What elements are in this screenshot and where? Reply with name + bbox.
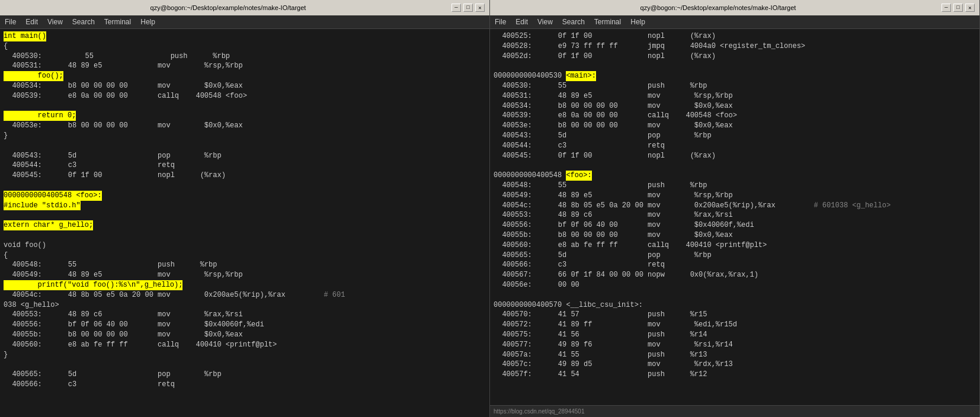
list-item: 400549: 48 89 e5 mov %rsp,%rbp	[490, 191, 979, 201]
left-content[interactable]: int main() { 400530: 55 push %rbp 400531…	[0, 29, 489, 417]
list-item: extern char* g_hello;	[0, 220, 489, 230]
list-item: 400556: bf 0f 06 40 00 mov $0x40060f,%ed…	[490, 220, 979, 230]
list-item: 400534: b8 00 00 00 00 mov $0x0,%eax	[490, 101, 979, 111]
left-terminal: qzy@bogon:~/Desktop/example/notes/make-I…	[0, 0, 490, 417]
list-item: 40054c: 48 8b 05 e5 0a 20 00 mov 0x200ae…	[490, 201, 979, 211]
list-item	[0, 210, 489, 220]
right-title-buttons: ─ □ ✕	[941, 4, 975, 12]
left-menu-file[interactable]: File	[5, 18, 16, 26]
left-minimize-button[interactable]: ─	[451, 4, 461, 12]
list-item: 400560: e8 ab fe ff ff callq 400410 <pri…	[0, 340, 489, 350]
right-menu-edit[interactable]: Edit	[515, 18, 528, 26]
list-item: 40055b: b8 00 00 00 00 mov $0x0,%eax	[0, 330, 489, 340]
list-item: 400534: b8 00 00 00 00 mov $0x0,%eax	[0, 81, 489, 91]
list-item: 400548: 55 push %rbp	[0, 260, 489, 270]
list-item: 400570: 41 57 push %r15	[490, 310, 979, 320]
list-item: 40052d: 0f 1f 00 nopl (%rax)	[490, 52, 979, 62]
list-item: 400545: 0f 1f 00 nopl (%rax)	[0, 171, 489, 181]
right-terminal: qzy@bogon:~/Desktop/example/notes/make-I…	[490, 0, 980, 417]
list-item: 400531: 48 89 e5 mov %rsp,%rbp	[490, 91, 979, 101]
list-item: 400543: 5d pop %rbp	[490, 131, 979, 141]
left-title-buttons: ─ □ ✕	[451, 4, 485, 12]
list-item: 400539: e8 0a 00 00 00 callq 400548 <foo…	[490, 111, 979, 121]
right-menu-search[interactable]: Search	[562, 18, 585, 26]
list-item: 400543: 5d pop %rbp	[0, 151, 489, 161]
left-close-button[interactable]: ✕	[475, 4, 485, 12]
list-item	[0, 360, 489, 370]
list-item: 038 <g_hello>	[0, 300, 489, 310]
list-item: 400530: 55 push %rbp	[490, 81, 979, 91]
list-item: 40054c: 48 8b 05 e5 0a 20 00 mov 0x200ae…	[0, 290, 489, 300]
left-menu-search[interactable]: Search	[72, 18, 95, 26]
list-item: printf("void foo():%s\n",g_hello);	[0, 280, 489, 290]
left-maximize-button[interactable]: □	[463, 4, 473, 12]
right-title-text: qzy@bogon:~/Desktop/example/notes/make-I…	[495, 4, 941, 11]
list-item: 0000000000400548 <foo>:	[0, 191, 489, 201]
list-item: 400565: 5d pop %rbp	[0, 370, 489, 380]
list-item	[0, 101, 489, 111]
list-item	[0, 230, 489, 240]
list-item: 400549: 48 89 e5 mov %rsp,%rbp	[0, 270, 489, 280]
right-menu-view[interactable]: View	[537, 18, 553, 26]
list-item: 40057a: 41 55 push %r13	[490, 350, 979, 360]
list-item: foo();	[0, 71, 489, 81]
statusbar-text: https://blog.csdn.net/qq_28944501	[494, 408, 584, 415]
list-item: void foo()	[0, 240, 489, 251]
list-item	[490, 290, 979, 300]
list-item: 400567: 66 0f 1f 84 00 00 00 nopw 0x0(%r…	[490, 270, 979, 280]
list-item: 40057f: 41 54 push %r12	[490, 370, 979, 380]
list-item: }	[0, 131, 489, 141]
list-item: 400572: 41 89 ff mov %edi,%r15d	[490, 320, 979, 330]
list-item	[490, 161, 979, 171]
right-menu-file[interactable]: File	[495, 18, 506, 26]
right-statusbar: https://blog.csdn.net/qq_28944501	[490, 405, 979, 417]
right-close-button[interactable]: ✕	[965, 4, 975, 12]
left-menu-help[interactable]: Help	[140, 18, 155, 26]
list-item: 40055b: b8 00 00 00 00 mov $0x0,%eax	[490, 230, 979, 240]
list-item: 400565: 5d pop %rbp	[490, 251, 979, 261]
list-item: 400575: 41 56 push %r14	[490, 330, 979, 340]
list-item: 40057c: 49 89 d5 mov %rdx,%r13	[490, 360, 979, 370]
list-item: 400545: 0f 1f 00 nopl (%rax)	[490, 151, 979, 161]
list-item: 400560: e8 ab fe ff ff callq 400410 <pri…	[490, 240, 979, 251]
left-menu-terminal[interactable]: Terminal	[104, 18, 131, 26]
list-item: int main()	[0, 31, 489, 41]
left-title-text: qzy@bogon:~/Desktop/example/notes/make-I…	[5, 4, 451, 11]
list-item: 40056e: 00 00	[490, 280, 979, 290]
left-menu-view[interactable]: View	[47, 18, 63, 26]
list-item: #include "stdio.h"	[0, 201, 489, 211]
right-minimize-button[interactable]: ─	[941, 4, 951, 12]
list-item: 400553: 48 89 c6 mov %rax,%rsi	[490, 210, 979, 220]
right-maximize-button[interactable]: □	[953, 4, 963, 12]
list-item: 400530: 55 push %rbp	[0, 52, 489, 62]
left-menu-edit[interactable]: Edit	[25, 18, 38, 26]
list-item: 400528: e9 73 ff ff ff jmpq 4004a0 <regi…	[490, 41, 979, 52]
list-item: 400556: bf 0f 06 40 00 mov $0x40060f,%ed…	[0, 320, 489, 330]
list-item: 400553: 48 89 c6 mov %rax,%rsi	[0, 310, 489, 320]
list-item: 400525: 0f 1f 00 nopl (%rax)	[490, 31, 979, 41]
list-item: 400544: c3 retq	[0, 161, 489, 171]
list-item	[0, 141, 489, 151]
list-item: return 0;	[0, 111, 489, 121]
left-menu-bar: File Edit View Search Terminal Help	[0, 15, 489, 29]
list-item: 0000000000400570 <__libc_csu_init>:	[490, 300, 979, 310]
list-item	[0, 181, 489, 191]
list-item: {	[0, 41, 489, 52]
list-item: 400566: c3 retq	[0, 380, 489, 390]
list-item: 400566: c3 retq	[490, 260, 979, 270]
right-menu-terminal[interactable]: Terminal	[594, 18, 621, 26]
right-content[interactable]: 400525: 0f 1f 00 nopl (%rax) 400528: e9 …	[490, 29, 979, 405]
list-item: 400577: 49 89 f6 mov %rsi,%r14	[490, 340, 979, 350]
list-item: 400548: 55 push %rbp	[490, 181, 979, 191]
right-menu-help[interactable]: Help	[630, 18, 645, 26]
right-menu-bar: File Edit View Search Terminal Help	[490, 15, 979, 29]
list-item: 40053e: b8 00 00 00 00 mov $0x0,%eax	[490, 121, 979, 131]
list-item: 0000000000400548 <foo>:	[490, 171, 979, 181]
list-item: 400544: c3 retq	[490, 141, 979, 151]
left-title-bar: qzy@bogon:~/Desktop/example/notes/make-I…	[0, 0, 489, 15]
right-title-bar: qzy@bogon:~/Desktop/example/notes/make-I…	[490, 0, 979, 15]
list-item	[490, 61, 979, 71]
list-item: 40053e: b8 00 00 00 00 mov $0x0,%eax	[0, 121, 489, 131]
list-item: 400539: e8 0a 00 00 00 callq 400548 <foo…	[0, 91, 489, 101]
list-item: {	[0, 251, 489, 261]
